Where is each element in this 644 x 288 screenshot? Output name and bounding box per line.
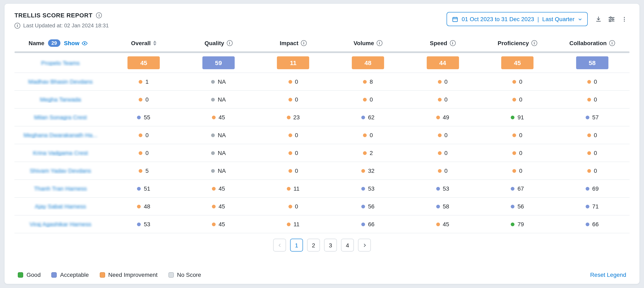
score-status-dot <box>288 98 292 101</box>
table-row: Viraj Agashikar Harness53451166457966 <box>14 215 630 233</box>
score-cell: 0 <box>106 132 181 138</box>
column-header-overall[interactable]: Overall <box>106 40 181 46</box>
score-cell: 56 <box>480 203 555 210</box>
score-cell: 0 <box>480 96 555 103</box>
contributor-link[interactable]: Megha Tarwada <box>40 96 81 103</box>
column-label: Collaboration <box>569 40 606 46</box>
legend-label: No Score <box>177 271 201 278</box>
score-status-dot <box>587 98 591 101</box>
show-label: Show <box>64 40 80 46</box>
settings-button[interactable] <box>606 14 617 25</box>
score-status-dot <box>137 222 141 226</box>
contributor-link[interactable]: Thanh Tran Harness <box>34 185 87 192</box>
contributor-link[interactable]: Meghana Dwarakanath Ha... <box>24 132 97 138</box>
score-status-dot <box>512 169 516 173</box>
last-updated-text: Last Updated at: 02 Jan 2024 18:31 <box>23 22 109 29</box>
score-value: 66 <box>368 221 374 227</box>
reset-legend-link[interactable]: Reset Legend <box>590 271 626 278</box>
score-status-dot <box>438 98 442 101</box>
contributor-link[interactable]: Ajay Sabat Harness <box>35 203 86 210</box>
page-button-2[interactable]: 2 <box>307 239 320 251</box>
score-cell: 11 <box>256 185 330 192</box>
table-row: Thanh Tran Harness51451153536769 <box>14 180 630 198</box>
score-status-dot <box>288 80 292 84</box>
column-info-icon[interactable]: i <box>450 40 456 46</box>
contributor-link[interactable]: Shivam Yadav Devdans <box>30 167 91 174</box>
last-updated-info-icon: i <box>14 23 20 28</box>
score-cell: 0 <box>555 167 630 174</box>
score-status-dot <box>137 204 141 208</box>
table-body: Propelo Teams45591148444558Madhav Bhasin… <box>14 53 630 233</box>
score-value: NA <box>218 167 226 174</box>
score-value: 56 <box>518 203 524 210</box>
contributor-link[interactable]: Propelo Teams <box>41 60 80 66</box>
score-value: 8 <box>370 78 373 85</box>
score-cell: NA <box>181 150 256 156</box>
score-status-dot <box>512 98 516 101</box>
date-range-picker[interactable]: 01 Oct 2023 to 31 Dec 2023 | Last Quarte… <box>447 12 588 26</box>
score-value: 49 <box>443 114 449 121</box>
score-value: 58 <box>443 203 449 210</box>
report-header-left: TRELLIS SCORE REPORT i i Last Updated at… <box>14 10 109 29</box>
score-status-dot <box>288 204 292 208</box>
score-value: 45 <box>218 221 225 227</box>
legend-label: Acceptable <box>60 271 89 278</box>
column-header-impact: Impacti <box>256 40 330 46</box>
page-button-3[interactable]: 3 <box>324 239 337 251</box>
score-status-dot <box>139 80 142 84</box>
score-value: 45 <box>218 185 225 192</box>
score-cell: 66 <box>555 221 630 227</box>
score-cell: 91 <box>480 114 555 121</box>
score-cell: 58 <box>406 203 480 210</box>
column-info-icon[interactable]: i <box>226 40 232 46</box>
contributor-link[interactable]: Milan Sonagra Crest <box>34 114 87 121</box>
score-value: NA <box>218 96 226 103</box>
column-info-icon[interactable]: i <box>301 40 307 46</box>
column-info-icon[interactable]: i <box>532 40 537 46</box>
score-cell: 0 <box>106 150 181 156</box>
page-button-1[interactable]: 1 <box>290 239 303 251</box>
contributor-link[interactable]: Madhav Bhasin Devdans <box>28 78 92 85</box>
name-cell: Viraj Agashikar Harness <box>14 221 106 227</box>
score-value: 0 <box>444 78 448 85</box>
score-value: 71 <box>592 203 599 210</box>
score-cell: 0 <box>256 78 330 85</box>
title-info-icon[interactable]: i <box>96 13 102 18</box>
legend-item-good[interactable]: Good <box>18 271 41 278</box>
name-cell: Madhav Bhasin Devdans <box>14 78 106 85</box>
more-menu-button[interactable] <box>619 14 630 24</box>
page-button-4[interactable]: 4 <box>341 239 354 251</box>
chevron-down-icon <box>578 17 582 21</box>
score-cell: NA <box>181 167 256 174</box>
score-cell: 0 <box>406 167 480 174</box>
legend-swatch <box>168 272 174 277</box>
table-header-row: Name 29 Show OverallQualityiImpactiVolum… <box>14 35 630 51</box>
score-status-dot <box>288 133 292 137</box>
show-toggle[interactable]: Show <box>64 40 88 46</box>
score-cell: 0 <box>256 167 330 174</box>
score-status-dot <box>137 187 141 190</box>
calendar-icon <box>452 16 458 22</box>
score-cell: 48 <box>106 203 181 210</box>
score-value: 0 <box>519 132 522 138</box>
column-info-icon[interactable]: i <box>377 40 382 46</box>
download-button[interactable] <box>593 14 604 25</box>
date-separator: | <box>538 16 539 22</box>
score-value: 69 <box>592 185 599 192</box>
prev-page-button[interactable] <box>273 239 286 251</box>
legend-item-no-score[interactable]: No Score <box>168 271 201 278</box>
legend-item-need-improvement[interactable]: Need Improvement <box>100 271 158 278</box>
sort-icon[interactable] <box>153 41 156 46</box>
score-cell: 51 <box>106 185 181 192</box>
summary-row: Propelo Teams45591148444558 <box>14 53 630 73</box>
next-page-button[interactable] <box>358 239 371 251</box>
contributor-link[interactable]: Krina Vadgama Crest <box>33 150 88 156</box>
score-cell: 55 <box>106 114 181 121</box>
score-cell: 45 <box>181 221 256 227</box>
contributor-link[interactable]: Viraj Agashikar Harness <box>30 221 91 227</box>
score-cell: 59 <box>181 56 256 69</box>
score-value: 53 <box>443 185 449 192</box>
legend-item-acceptable[interactable]: Acceptable <box>52 271 89 278</box>
column-info-icon[interactable]: i <box>609 40 615 46</box>
score-badge: 44 <box>426 56 459 69</box>
